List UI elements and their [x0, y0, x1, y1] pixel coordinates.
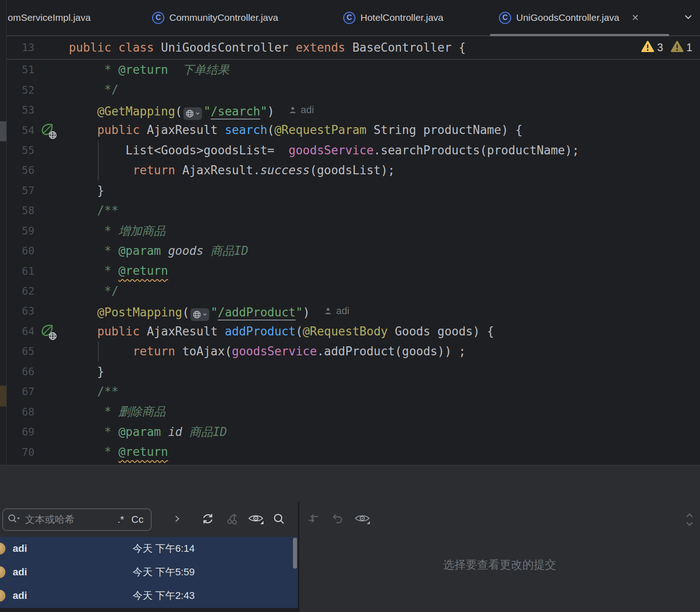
changes-view-options-button[interactable] [355, 510, 369, 530]
line-number: 53 [7, 104, 34, 116]
commit-author: adi [13, 543, 27, 555]
code-line[interactable]: 58 /** [7, 201, 700, 220]
commit-list: adi今天 下午6:14adi今天 下午5:59adi今天 下午2:43 [0, 537, 298, 612]
person-icon [288, 105, 297, 115]
code-line[interactable]: 70 * @return [7, 442, 700, 462]
cherry-pick-button[interactable] [222, 510, 242, 530]
git-log-toolbar: .* Cc [0, 502, 298, 537]
rest-endpoint-gutter-icon[interactable] [39, 122, 56, 139]
code-token: " [260, 105, 268, 118]
commit-time: 今天 下午5:59 [133, 565, 195, 579]
code-line[interactable]: 64 public AjaxResult addProduct(@Request… [7, 321, 700, 341]
endpoint-globe-inlay-icon[interactable] [191, 308, 209, 321]
code-token: public [69, 41, 111, 54]
code-token: } [69, 365, 104, 378]
code-editor[interactable]: 51 * @return 下单结果52 */53 @GetMapping("/s… [7, 60, 700, 465]
editor-tab[interactable]: CUniGoodsController.java✕ [489, 0, 670, 35]
code-token: extends [296, 41, 345, 54]
line-number: 63 [7, 305, 34, 317]
code-token: List<Goods>goodsList= [69, 143, 288, 157]
git-blame-author-inlay[interactable]: adi [288, 100, 314, 120]
code-token: ( [175, 105, 182, 118]
tab-label: HotelController.java [360, 12, 443, 23]
expand-collapse-button[interactable] [683, 510, 696, 531]
stripe-warning-mark[interactable] [0, 386, 6, 406]
refresh-button[interactable] [198, 510, 218, 530]
sticky-line-number: 13 [7, 42, 34, 53]
code-token: */ [69, 83, 119, 96]
view-options-button[interactable] [246, 510, 266, 530]
code-token: * [69, 224, 119, 238]
code-token: String productName) { [366, 123, 522, 137]
rest-endpoint-gutter-icon[interactable] [39, 323, 56, 339]
code-token: toAjax( [175, 344, 232, 358]
code-token: @param [119, 425, 161, 439]
code-line[interactable]: 66 } [7, 362, 700, 382]
code-token [69, 306, 97, 319]
code-token: @return [119, 445, 168, 459]
stripe-scroll-thumb[interactable] [0, 121, 6, 141]
code-text: @PostMapping("/addProduct")adi [69, 301, 700, 321]
commit-row[interactable]: adi今天 下午6:14 [0, 537, 298, 560]
code-token: @return [119, 264, 168, 277]
commit-list-scrollbar[interactable] [293, 538, 297, 569]
code-line[interactable]: 52 */ [7, 80, 700, 100]
git-blame-author-inlay[interactable]: adi [323, 301, 349, 321]
empty-changes-message: 选择要查看更改的提交 [299, 557, 700, 572]
code-token [69, 325, 97, 338]
code-line[interactable]: 61 * @return [7, 261, 700, 281]
commit-search-field[interactable]: .* Cc [2, 508, 152, 531]
line-number: 65 [7, 345, 34, 357]
code-line[interactable]: 69 * @param id 商品ID [7, 422, 700, 442]
code-text: * 删除商品 [69, 402, 700, 421]
regex-toggle-button[interactable]: .* [115, 514, 126, 526]
hidden-tabs-dropdown-button[interactable] [679, 9, 697, 27]
code-line[interactable]: 55 List<Goods>goodsList= goodsService.se… [7, 140, 700, 160]
code-line[interactable]: 60 * @param goods 商品ID [7, 241, 700, 261]
code-line[interactable]: 62 */ [7, 281, 700, 301]
code-line[interactable]: 51 * @return 下单结果 [7, 60, 700, 80]
expand-filters-button[interactable] [167, 510, 187, 530]
code-token: ) [303, 306, 310, 319]
code-line[interactable]: 68 * 删除商品 [7, 402, 700, 421]
match-case-toggle-button[interactable]: Cc [129, 514, 145, 526]
commit-row[interactable]: adi今天 下午5:59 [0, 560, 298, 584]
sticky-header-line[interactable]: 13 public class UniGoodsController exten… [7, 36, 700, 60]
code-line[interactable]: 53 @GetMapping("/search")adi [7, 100, 700, 120]
line-number: 55 [7, 144, 34, 156]
editor-tab[interactable]: omServiceImpl.java [7, 0, 140, 35]
editor-tab[interactable]: CCommunityController.java [140, 0, 336, 35]
code-line[interactable]: 57 } [7, 181, 700, 201]
code-token: @GetMapping [97, 105, 175, 118]
code-token: @RequestParam [274, 123, 367, 137]
code-line[interactable]: 63 @PostMapping("/addProduct")adi [7, 301, 700, 321]
rollback-button[interactable] [331, 510, 345, 530]
go-to-hash-button[interactable] [269, 510, 289, 530]
code-line[interactable]: 54 public AjaxResult search(@RequestPara… [7, 120, 700, 140]
code-token: goods [161, 244, 204, 258]
close-icon[interactable]: ✕ [632, 13, 639, 22]
code-token: * [69, 63, 119, 76]
code-text: } [69, 362, 700, 382]
line-number: 62 [7, 285, 34, 297]
code-line[interactable]: 67 /** [7, 382, 700, 402]
code-text: * @param goods 商品ID [69, 241, 700, 261]
endpoint-globe-inlay-icon[interactable] [183, 107, 202, 120]
compare-with-local-button[interactable] [307, 510, 320, 530]
code-text: * 增加商品 [69, 221, 700, 241]
code-text: } [69, 181, 700, 201]
search-with-history-icon[interactable] [7, 513, 20, 526]
code-lines: 51 * @return 下单结果52 */53 @GetMapping("/s… [7, 60, 700, 465]
code-text: List<Goods>goodsList= goodsService.searc… [69, 140, 700, 160]
commit-row[interactable]: adi今天 下午2:43 [0, 584, 298, 607]
code-line[interactable]: 59 * 增加商品 [7, 221, 700, 241]
search-input[interactable] [24, 513, 112, 526]
code-line[interactable]: 56 return AjaxResult.success(goodsList); [7, 160, 700, 180]
code-token: ( [182, 306, 189, 319]
problems-widget[interactable]: 3 1 [641, 40, 700, 55]
commit-rows: adi今天 下午6:14adi今天 下午5:59adi今天 下午2:43 [0, 537, 298, 608]
code-token: 商品ID [182, 425, 227, 439]
code-line[interactable]: 65 return toAjax(goodsService.addProduct… [7, 341, 700, 361]
code-token: @RequestBody [303, 325, 388, 338]
editor-tab[interactable]: CHotelController.java [336, 0, 489, 35]
